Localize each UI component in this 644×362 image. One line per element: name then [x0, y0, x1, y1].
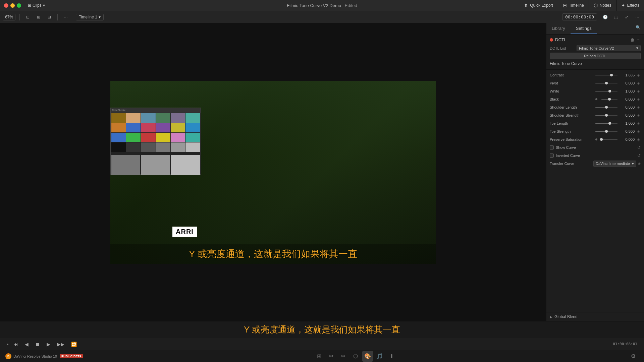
toe-length-reset-btn[interactable]: ◈	[636, 121, 641, 126]
white-reset-btn[interactable]: ◈	[636, 89, 641, 94]
toe-length-slider[interactable]	[595, 123, 618, 124]
inverted-curve-label: Inverted Curve	[556, 154, 580, 158]
minimize-button[interactable]	[10, 3, 15, 8]
toe-strength-value: 0.500	[620, 129, 635, 133]
preserve-saturation-reset-btn[interactable]: ◈	[636, 137, 641, 142]
maximize-button[interactable]	[17, 3, 21, 8]
effects-icon: ✦	[621, 3, 625, 8]
checkbox-show-curve[interactable]: Show Curve ↺	[546, 143, 644, 152]
swatch	[141, 123, 155, 132]
close-button[interactable]	[4, 3, 8, 8]
show-curve-checkbox[interactable]	[550, 145, 554, 149]
dock-deliver-icon[interactable]: ⬆	[386, 351, 397, 362]
dctl-header: DCTL 🗑 ⋯	[550, 37, 641, 42]
dock-cut-icon[interactable]: ✂	[326, 351, 337, 362]
fullscreen-btn[interactable]: ⤢	[623, 13, 631, 21]
checkbox-inverted-curve[interactable]: Inverted Curve ↺	[546, 152, 644, 160]
prev-frame-button[interactable]: ◀	[23, 340, 31, 348]
reload-dctl-button[interactable]: Reload DCTL	[550, 53, 641, 59]
video-frame: ColorChecker	[110, 81, 436, 264]
dock-media-icon[interactable]: ⊞	[314, 351, 325, 362]
param-row-preserve-saturation: Preserve Saturation 0.000 ◈	[546, 135, 644, 143]
app-name-label: DaVinci Resolve Studio 19	[13, 354, 57, 358]
transfer-curve-dropdown[interactable]: DaVinci Intermediate ▾	[593, 161, 636, 167]
dctl-list-row: DCTL List Filmic Tone Curve V2 ▾	[550, 45, 641, 51]
loop-button[interactable]: 🔁	[69, 340, 79, 348]
dctl-header-icons: 🗑 ⋯	[631, 38, 641, 42]
show-curve-label: Show Curve	[556, 145, 576, 149]
timeline-button[interactable]: ⊟ Timeline	[558, 0, 589, 11]
dctl-delete-icon[interactable]: 🗑	[631, 38, 635, 42]
timeline-chevron-icon: ▾	[99, 15, 101, 19]
nodes-button[interactable]: ⬡ Nodes	[589, 0, 616, 11]
toe-length-thumb[interactable]	[608, 122, 611, 125]
contrast-slider[interactable]	[595, 75, 618, 75]
shoulder-length-thumb[interactable]	[605, 106, 608, 109]
shoulder-strength-reset-btn[interactable]: ◈	[636, 113, 641, 118]
subtitle-bar: Y 或亮度通道，这就是我们如果将其一直	[110, 244, 436, 264]
toe-length-fill	[595, 123, 610, 124]
transfer-curve-reset[interactable]: ◈	[638, 161, 641, 166]
view-btn-3[interactable]: ⊟	[45, 13, 53, 21]
contrast-reset-btn[interactable]: ◈	[636, 73, 641, 77]
bottom-area: Y 或亮度通道，这就是我们如果将其一直 ▸ ⏮ ◀ ⏹ ▶ ▶▶ 🔁 01:00…	[0, 321, 644, 350]
davinci-logo: D DaVinci Resolve Studio 19	[5, 353, 57, 359]
pivot-thumb[interactable]	[605, 82, 608, 84]
more-btn[interactable]: ⋯	[62, 13, 70, 21]
frame-btn[interactable]: ⬚	[612, 13, 620, 21]
clips-menu[interactable]: ⊞ Clips ▾	[25, 3, 48, 8]
inverted-curve-reset[interactable]: ↺	[637, 153, 641, 158]
timecode-format-btn[interactable]: 🕐	[601, 13, 609, 21]
global-blend-row[interactable]: ▶ Global Blend	[546, 312, 644, 321]
show-curve-reset[interactable]: ↺	[637, 145, 641, 150]
swatch	[185, 123, 200, 132]
shoulder-strength-slider[interactable]	[595, 115, 618, 116]
view-btn-1[interactable]: ⊡	[24, 13, 32, 21]
skip-back-button[interactable]: ⏮	[11, 340, 20, 348]
timeline-selector[interactable]: Timeline 1 ▾	[76, 14, 104, 20]
dctl-more-icon[interactable]: ⋯	[637, 38, 641, 42]
subtitle-display: Y 或亮度通道，这就是我们如果将其一直	[0, 321, 644, 338]
shoulder-length-reset-btn[interactable]: ◈	[636, 105, 641, 110]
stop-button[interactable]: ⏹	[33, 340, 42, 348]
dock-fairlight-icon[interactable]: 🎵	[374, 351, 385, 362]
shoulder-length-slider[interactable]	[595, 107, 618, 108]
tab-library[interactable]: Library	[546, 23, 571, 34]
pivot-reset-btn[interactable]: ◈	[636, 81, 641, 85]
contrast-label: Contrast	[550, 73, 593, 77]
toe-strength-slider[interactable]	[595, 131, 618, 132]
shoulder-strength-thumb[interactable]	[605, 114, 608, 117]
dock-edit-icon[interactable]: ✏	[338, 351, 349, 362]
preserve-saturation-value: 0.000	[620, 137, 635, 141]
playhead-icon: ▸	[7, 342, 9, 346]
dock-settings-icon[interactable]: ⚙	[628, 351, 639, 362]
white-value: 1.000	[620, 89, 635, 93]
next-frame-button[interactable]: ▶▶	[55, 340, 66, 348]
preserve-saturation-label: Preserve Saturation	[550, 137, 593, 141]
search-icon[interactable]: 🔍	[632, 23, 644, 34]
param-row-pivot: Pivot 0.000 ◈	[546, 79, 644, 87]
tab-settings[interactable]: Settings	[571, 23, 597, 34]
contrast-thumb[interactable]	[610, 74, 613, 76]
quick-export-button[interactable]: ⬆ Quick Export	[519, 0, 558, 11]
preserve-saturation-slider[interactable]	[601, 139, 618, 140]
dock-fusion-icon[interactable]: ⬡	[350, 351, 361, 362]
more-options-btn[interactable]: ⋯	[633, 13, 641, 21]
black-slider[interactable]	[601, 99, 618, 100]
transfer-curve-row: Transfer Curve DaVinci Intermediate ▾ ◈	[546, 160, 644, 168]
toe-strength-reset-btn[interactable]: ◈	[636, 129, 641, 134]
dctl-list-dropdown[interactable]: Filmic Tone Curve V2 ▾	[577, 45, 641, 51]
zoom-display[interactable]: 67%	[3, 14, 15, 20]
white-slider[interactable]	[595, 91, 618, 92]
view-btn-2[interactable]: ⊞	[35, 13, 43, 21]
preserve-saturation-thumb[interactable]	[600, 138, 603, 141]
white-thumb[interactable]	[608, 90, 611, 93]
pivot-slider[interactable]	[595, 83, 618, 83]
black-thumb[interactable]	[608, 98, 611, 101]
effects-button[interactable]: ✦ Effects	[616, 0, 644, 11]
toe-strength-thumb[interactable]	[605, 130, 608, 133]
black-reset-btn[interactable]: ◈	[636, 97, 641, 102]
play-button[interactable]: ▶	[45, 340, 52, 348]
dock-color-icon[interactable]: 🎨	[362, 351, 373, 362]
inverted-curve-checkbox[interactable]	[550, 154, 554, 158]
